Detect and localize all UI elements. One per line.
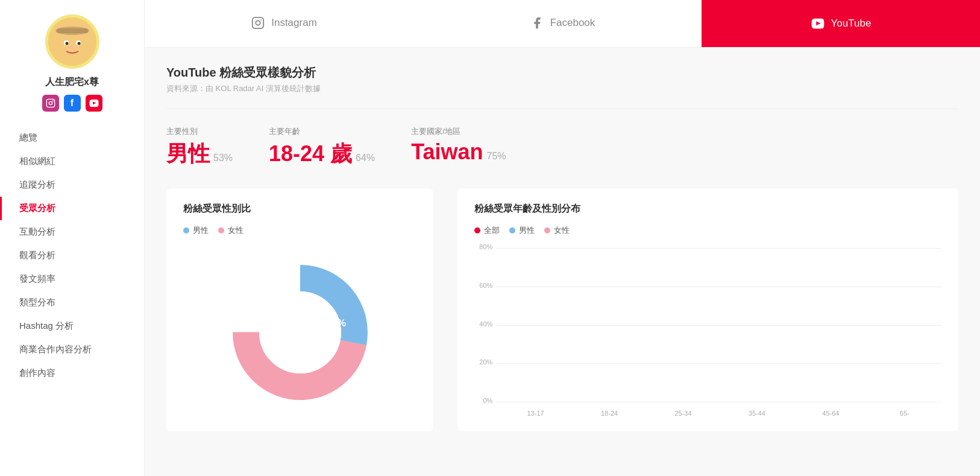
legend-female-label: 女性: [228, 225, 243, 236]
bar-chart-area: 80%60%40%20%0% 13-1718-2425-3435-4445-64…: [474, 248, 941, 417]
page-subtitle: 資料來源：由 KOL Radar AI 演算後統計數據: [166, 83, 958, 94]
stat-region: 主要國家/地區 Taiwan 75%: [411, 126, 506, 169]
bar-legend-female: 女性: [544, 225, 570, 236]
bar-legend: 全部 男性 女性: [474, 225, 941, 236]
avatar: [45, 14, 99, 69]
svg-point-6: [77, 42, 80, 45]
stat-gender-label: 主要性別: [166, 126, 233, 137]
main-content: Instagram Facebook YouTube YouTube 粉絲受眾樣…: [145, 0, 980, 476]
x-axis-label: 65-: [868, 410, 941, 417]
x-labels: 13-1718-2425-3435-4445-6465-: [498, 410, 941, 417]
sidebar-item-commercial[interactable]: 商業合作內容分析: [0, 338, 144, 361]
sidebar-item-interaction[interactable]: 互動分析: [0, 220, 144, 244]
x-axis-label: 25-34: [646, 410, 720, 417]
content-area: YouTube 粉絲受眾樣貌分析 資料來源：由 KOL Radar AI 演算後…: [145, 48, 980, 476]
sidebar-item-hashtag[interactable]: Hashtag 分析: [0, 314, 144, 338]
tab-instagram[interactable]: Instagram: [145, 0, 423, 47]
legend-male-dot: [183, 227, 189, 233]
tab-bar: Instagram Facebook YouTube: [145, 0, 980, 48]
svg-point-0: [48, 17, 96, 66]
svg-rect-8: [46, 99, 54, 107]
tab-instagram-label: Instagram: [271, 17, 317, 29]
facebook-tab-icon: [530, 16, 544, 30]
y-axis-label: 40%: [474, 320, 492, 328]
bar-legend-all-dot: [474, 227, 480, 233]
bar-legend-male-label: 男性: [519, 225, 535, 236]
sidebar: 人生肥宅x尊 f 總覽 相似網紅 追蹤分析 受眾分析 互動分析 觀看分析 發文頻…: [0, 0, 145, 476]
x-axis-label: 13-17: [498, 410, 572, 417]
stat-age-label: 主要年齡: [269, 126, 375, 137]
sidebar-item-type[interactable]: 類型分布: [0, 291, 144, 314]
nav-list: 總覽 相似網紅 追蹤分析 受眾分析 互動分析 觀看分析 發文頻率 類型分布 Ha…: [0, 126, 144, 385]
svg-rect-11: [253, 17, 263, 28]
donut-female-label: 47%: [327, 318, 346, 328]
stat-region-pct: 75%: [487, 151, 506, 162]
x-axis-label: 35-44: [720, 410, 794, 417]
svg-point-12: [256, 21, 260, 25]
sidebar-item-creation[interactable]: 創作內容: [0, 361, 144, 385]
legend-female: 女性: [218, 225, 243, 236]
tab-facebook-label: Facebook: [550, 17, 595, 29]
avatar-image: [48, 17, 96, 66]
facebook-icon[interactable]: f: [64, 95, 81, 112]
legend-male-label: 男性: [193, 225, 209, 236]
svg-rect-2: [57, 28, 88, 33]
stat-age-pct: 64%: [356, 153, 375, 163]
username: 人生肥宅x尊: [45, 76, 99, 89]
donut-legend: 男性 女性: [183, 225, 416, 236]
svg-point-13: [260, 19, 262, 21]
donut-chart-title: 粉絲受眾性別比: [183, 203, 416, 215]
bars-container: [498, 248, 941, 402]
bar-legend-all-label: 全部: [484, 225, 500, 236]
x-axis-label: 18-24: [573, 410, 646, 417]
donut-chart-section: 粉絲受眾性別比 男性 女性: [166, 188, 433, 431]
stat-region-value: Taiwan 75%: [411, 139, 506, 165]
legend-male: 男性: [183, 225, 209, 236]
bar-legend-female-label: 女性: [554, 225, 570, 236]
tab-youtube[interactable]: YouTube: [702, 0, 980, 47]
bar-legend-male: 男性: [509, 225, 535, 236]
y-axis-label: 20%: [474, 358, 492, 366]
sidebar-item-view[interactable]: 觀看分析: [0, 244, 144, 267]
instagram-icon[interactable]: [42, 95, 59, 112]
bar-legend-female-dot: [544, 227, 550, 233]
stat-region-label: 主要國家/地區: [411, 126, 506, 137]
youtube-tab-icon: [811, 16, 825, 31]
instagram-tab-icon: [251, 16, 265, 30]
stat-gender-value: 男性 53%: [166, 139, 233, 169]
bar-legend-male-dot: [509, 227, 515, 233]
sidebar-item-tracking[interactable]: 追蹤分析: [0, 173, 144, 197]
y-axis-label: 60%: [474, 282, 492, 289]
social-icons: f: [42, 95, 102, 112]
bar-chart-title: 粉絲受眾年齡及性別分布: [474, 203, 941, 215]
youtube-icon[interactable]: [86, 95, 102, 112]
svg-point-9: [49, 101, 52, 104]
stat-gender-pct: 53%: [213, 153, 233, 163]
sidebar-item-audience[interactable]: 受眾分析: [0, 197, 144, 220]
charts-row: 粉絲受眾性別比 男性 女性: [166, 188, 958, 431]
stat-age-value: 18-24 歲 64%: [269, 139, 375, 169]
page-title: YouTube 粉絲受眾樣貌分析: [166, 65, 958, 81]
bar-chart-section: 粉絲受眾年齡及性別分布 全部 男性 女性 8: [457, 188, 958, 431]
svg-point-5: [65, 42, 68, 45]
svg-point-7: [69, 46, 76, 49]
y-axis-label: 0%: [474, 397, 492, 404]
donut-male-label: 53%: [260, 330, 280, 340]
legend-female-dot: [218, 227, 224, 233]
stat-gender: 主要性別 男性 53%: [166, 126, 233, 169]
sidebar-item-similar[interactable]: 相似網紅: [0, 150, 144, 173]
tab-youtube-label: YouTube: [831, 17, 872, 30]
sidebar-item-overview[interactable]: 總覽: [0, 126, 144, 150]
stats-row: 主要性別 男性 53% 主要年齡 18-24 歲 64% 主要國家/地區 Tai…: [166, 126, 958, 169]
tab-facebook[interactable]: Facebook: [423, 0, 702, 47]
sidebar-item-frequency[interactable]: 發文頻率: [0, 267, 144, 291]
donut-svg: 53% 47%: [222, 254, 378, 411]
bar-legend-all: 全部: [474, 225, 500, 236]
x-axis-label: 45-64: [794, 410, 867, 417]
stat-age: 主要年齡 18-24 歲 64%: [269, 126, 375, 169]
y-axis-label: 80%: [474, 243, 492, 250]
divider: [166, 109, 958, 109]
donut-wrap: 53% 47%: [183, 248, 416, 417]
svg-point-10: [52, 100, 53, 101]
